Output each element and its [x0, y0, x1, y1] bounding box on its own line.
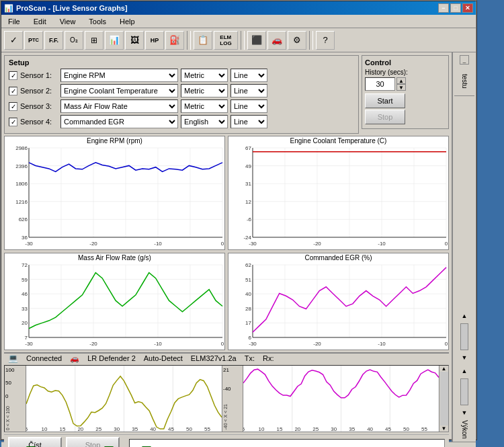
chart-rpm: Engine RPM (rpm) — [4, 136, 225, 250]
sensor4-select[interactable]: Commanded EGR — [60, 115, 178, 128]
toolbar-car[interactable]: 🚗 — [267, 31, 286, 50]
minimize-button[interactable]: − — [438, 3, 449, 13]
status-icon: 💻 — [8, 354, 18, 363]
toolbar-help[interactable]: ? — [316, 31, 335, 50]
sensor2-select[interactable]: Engine Coolant Temperature — [60, 84, 178, 97]
chart-maf-title: Mass Air Flow Rate (g/s) — [5, 253, 224, 262]
toolbar-settings[interactable]: ⚙ — [288, 31, 306, 50]
chart-coolant: Engine Coolant Temperature (C) — [228, 136, 449, 250]
sensor4-type[interactable]: Line — [230, 115, 267, 128]
status-bar: 💻 Connected 🚗 LR Defender 2 Auto-Detect … — [4, 352, 449, 363]
sensor3-select[interactable]: Mass Air Flow Rate — [60, 99, 178, 113]
sensor1-type[interactable]: Line — [230, 69, 267, 82]
chart-rpm-title: Engine RPM (rpm) — [5, 136, 224, 145]
control-title: Control — [365, 58, 446, 67]
mini-right-axis-bot: -40 — [223, 386, 242, 392]
chart-coolant-title: Engine Coolant Temperature (C) — [228, 136, 448, 145]
rx-label: Rx: — [263, 354, 274, 362]
mini-left-axis-mid1: 50 — [5, 380, 25, 386]
menu-help[interactable]: Help — [116, 16, 139, 27]
scroll-right-up[interactable]: ▲ — [442, 366, 447, 372]
sensor2-type[interactable]: Line — [230, 84, 267, 97]
connected-label: Connected — [26, 354, 62, 362]
close-button[interactable]: ✕ — [462, 3, 473, 13]
toolbar-checkmark[interactable]: ✓ — [4, 31, 23, 50]
sensor1-select[interactable]: Engine RPM — [60, 69, 178, 82]
sensor3-type[interactable]: Line — [230, 99, 267, 113]
sensor2-unit[interactable]: Metric — [181, 84, 228, 97]
maximize-button[interactable]: □ — [450, 3, 461, 13]
right-scroll-up[interactable]: ▲ — [462, 313, 468, 319]
toolbar-chart[interactable]: 📊 — [105, 31, 124, 50]
sensor-row-4: ✓ Sensor 4: Commanded EGR English Line — [9, 115, 354, 128]
auto-detect: Auto-Detect — [144, 354, 183, 362]
sensor-row-2: ✓ Sensor 2: Engine Coolant Temperature M… — [9, 84, 354, 97]
toolbar-fuel[interactable]: ⛽ — [165, 31, 184, 50]
mini-right-axis-top: 21 — [223, 367, 242, 373]
right-scroll-down[interactable]: ▼ — [462, 354, 468, 361]
start-button[interactable]: Start — [365, 93, 405, 108]
right-panel-testu: testu — [461, 74, 468, 89]
tx-label: Tx: — [245, 354, 255, 362]
history-spin-up[interactable]: ▲ — [396, 77, 406, 84]
sensor3-unit[interactable]: Metric — [181, 99, 228, 113]
chart-egr: Commanded EGR (%) — [228, 253, 449, 350]
mini-left-label: 0 < X < 100 — [5, 406, 25, 430]
menu-file[interactable]: File — [4, 16, 24, 27]
vehicle-name: LR Defender 2 — [87, 354, 136, 362]
stop-button[interactable]: Stop — [365, 110, 405, 124]
control-panel: Control History (secs): ▲ ▼ Start Stop — [362, 55, 449, 129]
sensor-row-1: ✓ Sensor 1: Engine RPM Metric Line — [9, 69, 354, 82]
sensor4-unit[interactable]: English — [181, 115, 228, 128]
window-title: ProScan - [Live Sensor Graphs] — [16, 4, 128, 12]
right-scroll-up2[interactable]: ▲ — [462, 368, 468, 374]
chart-egr-title: Commanded EGR (%) — [228, 253, 448, 262]
toolbar-grid[interactable]: ⊞ — [85, 31, 103, 50]
toolbar-elm-log[interactable]: ELMLOG — [214, 31, 238, 50]
chart-maf: Mass Air Flow Rate (g/s) — [4, 253, 225, 350]
app-icon: 📊 — [4, 4, 13, 13]
sensor1-unit[interactable]: Metric — [181, 69, 228, 82]
sensor1-label: Sensor 1: — [20, 71, 58, 79]
toolbar-dtc[interactable]: PTC — [24, 31, 43, 50]
setup-panel: Setup ✓ Sensor 1: Engine RPM Metric — [4, 55, 359, 134]
toolbar-stop[interactable]: ⬛ — [247, 31, 266, 50]
history-spin-down[interactable]: ▼ — [396, 84, 406, 91]
toolbar-o2[interactable]: O₂ — [65, 31, 83, 50]
history-label: History (secs): — [365, 69, 446, 76]
menu-view[interactable]: View — [56, 16, 80, 27]
right-minimize[interactable]: _ — [460, 55, 469, 65]
toolbar-hp[interactable]: HP — [145, 31, 164, 50]
right-scroll-down2[interactable]: ▼ — [462, 409, 468, 416]
mini-right-label: -40 < X < 21 — [223, 404, 242, 430]
progress-bar — [129, 439, 445, 447]
right-panel: _ testu ▲ ▼ ▲ ▼ Výkon — [452, 52, 476, 442]
sensor2-checkbox[interactable]: ✓ — [9, 87, 17, 95]
menu-bar: File Edit View Tools Help — [1, 15, 476, 28]
sensor2-label: Sensor 2: — [20, 87, 58, 95]
setup-title: Setup — [9, 58, 354, 67]
charts-grid: Engine RPM (rpm) Engine Coolant Temperat… — [4, 136, 449, 350]
mini-graphs: 100 50 0 0 < X < 100 21 -40 -40 < X < 21 — [4, 365, 449, 432]
mini-left-axis-bot: 0 — [5, 393, 25, 399]
history-input[interactable] — [365, 77, 395, 91]
car-icon: 🚗 — [70, 354, 79, 363]
sensor3-label: Sensor 3: — [20, 102, 58, 110]
sensor1-checkbox[interactable]: ✓ — [9, 71, 17, 80]
elm-version: ELM327v1.2a — [191, 354, 237, 362]
sensor-row-3: ✓ Sensor 3: Mass Air Flow Rate Metric Li… — [9, 99, 354, 113]
sensor4-checkbox[interactable]: ✓ — [9, 118, 17, 126]
toolbar-image[interactable]: 🖼 — [125, 31, 144, 50]
menu-tools[interactable]: Tools — [85, 16, 110, 27]
mini-left-axis-top: 100 — [5, 367, 25, 373]
toolbar-freeze[interactable]: F.F. — [44, 31, 63, 50]
sensor3-checkbox[interactable]: ✓ — [9, 102, 17, 111]
toolbar: ✓ PTC F.F. O₂ ⊞ 📊 🖼 HP ⛽ 📋 ELMLOG ⬛ 🚗 ⚙ … — [1, 28, 476, 52]
menu-edit[interactable]: Edit — [30, 16, 50, 27]
sensor4-label: Sensor 4: — [20, 118, 58, 126]
scroll-right-down[interactable]: ▼ — [442, 425, 447, 432]
title-bar: 📊 ProScan - [Live Sensor Graphs] − □ ✕ — [1, 1, 476, 15]
toolbar-clipboard[interactable]: 📋 — [194, 31, 212, 50]
right-panel-vykon: Výkon — [461, 420, 468, 439]
